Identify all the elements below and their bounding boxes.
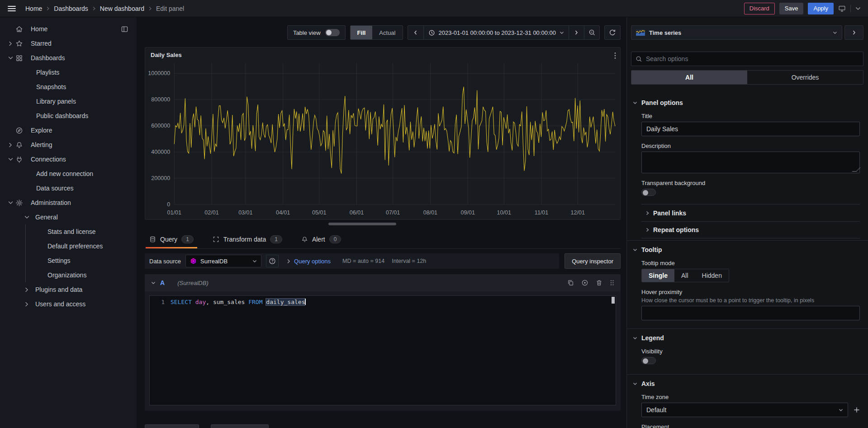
chevron-right-icon[interactable] — [22, 287, 32, 292]
chevron-down-icon — [252, 260, 257, 263]
time-zone-select[interactable]: Default — [641, 403, 848, 417]
collapse-options-pane-button[interactable] — [844, 25, 863, 40]
visualization-picker[interactable]: Time series — [631, 25, 842, 40]
axis-header[interactable]: Axis — [627, 375, 868, 393]
time-shift-back-button[interactable] — [408, 26, 423, 39]
options-tab-overrides[interactable]: Overrides — [747, 71, 863, 84]
actual-segment[interactable]: Actual — [372, 26, 402, 39]
delete-query-icon[interactable] — [596, 279, 602, 286]
sidebar-item-label: Settings — [47, 257, 71, 264]
sidebar-item-home[interactable]: Home — [0, 22, 137, 36]
sql-code-editor[interactable]: 1 SELECT day, sum_sales FROM daily_sales — [149, 295, 616, 405]
sidebar-item-dashboards[interactable]: Dashboards — [0, 51, 137, 65]
panel-options-header[interactable]: Panel options — [627, 94, 868, 112]
save-button[interactable]: Save — [779, 3, 804, 14]
chevron-down-icon[interactable] — [151, 281, 156, 285]
chevron-right-icon[interactable] — [5, 41, 15, 46]
tab-alert[interactable]: Alert 0 — [298, 231, 345, 248]
duplicate-query-icon[interactable] — [567, 279, 574, 286]
sidebar-item-organizations[interactable]: Organizations — [0, 268, 137, 282]
chevron-down-icon[interactable] — [855, 7, 861, 10]
editor-scrollbar-thumb[interactable] — [612, 297, 615, 304]
sidebar-item-add-new-connection[interactable]: Add new connection — [0, 166, 137, 181]
interval-text: Interval = 12h — [392, 258, 426, 264]
apply-button[interactable]: Apply — [808, 3, 834, 14]
horizontal-scrollbar-thumb[interactable] — [328, 223, 396, 225]
discard-button[interactable]: Discard — [744, 3, 775, 14]
zoom-out-time-button[interactable] — [584, 26, 599, 39]
tooltip-mode-all[interactable]: All — [674, 269, 695, 282]
sidebar-item-public-dashboards[interactable]: Public dashboards — [0, 109, 137, 123]
add-query-button[interactable] — [145, 424, 199, 428]
options-search[interactable] — [631, 52, 863, 66]
toggle-query-visibility-icon[interactable] — [581, 279, 588, 286]
sql-query-text[interactable]: SELECT day, sum_sales FROM daily_sales — [171, 296, 306, 405]
sidebar-item-alerting[interactable]: Alerting — [0, 138, 137, 152]
sidebar-item-administration[interactable]: Administration — [0, 195, 137, 210]
tooltip-mode-single[interactable]: Single — [642, 269, 674, 282]
sidebar-item-label: Add new connection — [36, 170, 93, 177]
tab-transform-data[interactable]: Transform data 1 — [209, 231, 286, 248]
svg-text:04/01: 04/01 — [276, 209, 290, 215]
sidebar-item-settings[interactable]: Settings — [0, 253, 137, 268]
sidebar-item-snapshots[interactable]: Snapshots — [0, 80, 137, 94]
time-range-picker[interactable]: 2023-01-01 00:00:00 to 2023-12-31 00:00:… — [423, 26, 569, 39]
breadcrumb-dashboards[interactable]: Dashboards — [54, 5, 88, 12]
monitor-icon[interactable] — [838, 5, 846, 12]
datasource-help-icon[interactable] — [266, 255, 279, 267]
drag-handle-icon[interactable] — [610, 279, 614, 286]
sidebar-item-explore[interactable]: Explore — [0, 123, 137, 138]
legend-header[interactable]: Legend — [627, 329, 868, 347]
datasource-picker[interactable]: SurrealDB — [185, 255, 261, 267]
refresh-button[interactable] — [604, 25, 621, 40]
legend-visibility-toggle[interactable] — [641, 357, 656, 364]
chevron-down-icon[interactable] — [5, 56, 15, 60]
panel-description-textarea[interactable] — [641, 152, 860, 173]
sidebar-item-starred[interactable]: Starred — [0, 36, 137, 51]
sidebar-item-connections[interactable]: Connections — [0, 152, 137, 166]
sidebar-item-playlists[interactable]: Playlists — [0, 65, 137, 80]
chevron-right-icon[interactable] — [22, 302, 32, 307]
query-inspector-button[interactable]: Query inspector — [564, 253, 621, 269]
chevron-down-icon — [560, 31, 564, 34]
table-view-control[interactable]: Table view — [287, 25, 346, 40]
chevron-down-icon[interactable] — [5, 157, 15, 161]
query-ref-id[interactable]: A — [160, 279, 165, 286]
split-panel-icon[interactable] — [121, 25, 128, 33]
repeat-options-row[interactable]: Repeat options — [641, 221, 860, 238]
sidebar-item-stats-and-license[interactable]: Stats and license — [0, 224, 137, 239]
breadcrumb-new-dashboard[interactable]: New dashboard — [100, 5, 144, 12]
panel-title-input[interactable] — [641, 122, 860, 136]
chevron-down-icon[interactable] — [22, 215, 32, 219]
table-view-toggle[interactable] — [325, 29, 340, 36]
menu-toggle-icon[interactable] — [7, 4, 16, 13]
panel-menu-icon[interactable] — [613, 51, 617, 61]
tooltip-mode-hidden[interactable]: Hidden — [695, 269, 729, 282]
tab-query[interactable]: Query 1 — [146, 231, 197, 248]
sql-token-keyword: SELECT — [171, 299, 195, 305]
query-options-toggle[interactable]: Query options — [287, 258, 331, 265]
expression-button[interactable] — [211, 424, 269, 428]
sidebar-item-label: Plugins and data — [35, 286, 82, 293]
fill-segment[interactable]: Fill — [351, 26, 373, 39]
panel-links-row[interactable]: Panel links — [641, 204, 860, 221]
sidebar-item-plugins-and-data[interactable]: Plugins and data — [0, 282, 137, 297]
options-search-input[interactable] — [646, 55, 859, 62]
chevron-right-icon[interactable] — [5, 143, 15, 147]
transparent-background-toggle[interactable] — [641, 189, 656, 196]
options-tab-all[interactable]: All — [631, 71, 747, 84]
chevron-down-icon — [839, 409, 843, 412]
sidebar-item-users-and-access[interactable]: Users and access — [0, 297, 137, 311]
query-row-header[interactable]: A (SurrealDB) — [145, 274, 621, 291]
sidebar-item-library-panels[interactable]: Library panels — [0, 94, 137, 109]
tooltip-header[interactable]: Tooltip — [627, 241, 868, 259]
tab-query-label: Query — [160, 236, 177, 243]
chevron-down-icon[interactable] — [5, 201, 15, 204]
add-time-zone-icon[interactable] — [854, 407, 860, 413]
sidebar-item-data-sources[interactable]: Data sources — [0, 181, 137, 195]
time-shift-forward-button[interactable] — [569, 26, 584, 39]
sidebar-item-general[interactable]: General — [0, 210, 137, 224]
breadcrumb-home[interactable]: Home — [25, 5, 42, 12]
hover-proximity-input[interactable] — [641, 306, 860, 320]
sidebar-item-default-preferences[interactable]: Default preferences — [0, 239, 137, 253]
